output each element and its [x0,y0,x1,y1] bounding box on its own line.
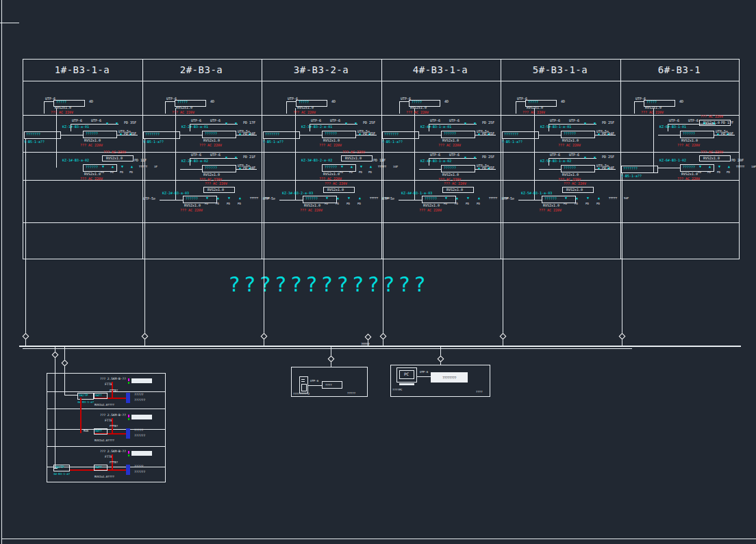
cluster-wire [160,200,183,200]
wire-label-utp6: UTP-6 [449,153,459,157]
cluster-wire [399,101,400,114]
cad-drawing-canvas[interactable]: 1#-B3-1-a 2#-B3-a 3#-B3-2-a 4#-B3-1-a 5#… [0,0,756,544]
panel-row-line-4 [47,446,165,447]
comb-label: 50F [624,197,629,200]
terminal-triangle-icon: ▼ [598,133,600,137]
feeder-label: ??????? [384,133,399,137]
terminal-triangle-icon: ▼ [584,156,586,160]
pd-label: PD [129,171,133,174]
cluster-wire [429,158,477,159]
power-label: ??? AC 220V [342,151,365,155]
terminal-triangle-icon: ▲ [239,196,241,200]
right-label: PD 34F [243,132,255,136]
frame-left-edge [1,0,2,544]
terminal-triangle-icon: ▼ [464,156,466,160]
wire-label-utp6: UTP-6 [430,119,440,123]
right-label: 4D [89,100,93,104]
circuit-code: KZ-6#-B3-1-01 [659,125,686,129]
cluster-wire [286,101,287,114]
switch-chip: ???????? [431,372,468,383]
device-label: FTTB? [110,389,118,392]
pd-label: PD [357,203,361,205]
feeder-sub-label: Y-B5-1-a?? [621,174,642,179]
right-label: PD 34F [602,132,614,136]
device-label: ????? [299,101,309,105]
power-label: ??? AC 220V [51,111,73,115]
right-label: PD 25F [602,121,614,125]
tp-switch-sub: 4#-B3-1-a? [53,473,70,476]
device-label: ?????? [205,132,217,136]
wire-label-utp6: UTP-6 [688,119,698,123]
comb-label: 10F [751,166,756,168]
terminal-triangle-icon: ▼ [699,165,701,169]
panel-right-label: ????? [134,465,144,469]
terminal-triangle-icon: ▼ [598,167,600,171]
wire-label-utp6: UTP-6 [72,119,82,123]
cable-label: RVS2x1.0 [543,204,559,208]
terminal-triangle-icon: ▼ [348,196,350,200]
pd-label: PD [596,203,600,205]
right-label: PD 11F [373,159,386,163]
cluster-wire [549,124,549,131]
cluster-wire [516,101,516,114]
circuit-code: KZ-3#-B3-2-a-02 [301,159,332,163]
pd-label: PD [120,171,123,174]
wire-label-utp6: UTP-6 [311,119,321,123]
onu-block [126,428,130,439]
power-label: ??? AC 220V [677,144,700,148]
device-label: ?????? [444,132,456,136]
pd-label: PD [575,203,578,205]
cluster-wire [516,101,525,102]
circuit-code: KZ-5#-B3-1-a-01 [540,125,571,129]
cable-label: RVS2x1.0 [562,173,579,177]
wire-label-utp5e: UTP-5e [263,197,275,201]
cluster-wire [190,158,190,166]
feeder-sub-label: Y-B5-1-a?? [502,140,522,144]
right-label: PD 34F [243,166,255,170]
sw-label: SW?? [95,466,102,469]
riser-column-5 [503,139,503,346]
device-label: ????? [56,101,66,105]
cable-label: RVS2x1.0 [207,188,224,192]
cluster-wire [549,124,596,125]
device-label: ?????? [683,166,695,170]
cable-label: RVS2x1.0 [55,106,71,110]
table-row-line-5 [23,222,740,223]
connector-dot [128,418,129,420]
device-label: ?????? [86,166,98,170]
cable-label: RVS2x1.0 [106,157,123,161]
comb-icon: TTTTT [736,166,744,168]
cable-label: RVS2x1.0 [327,188,344,192]
cluster-wire [419,169,441,170]
power-label: ??? AC 220V [180,209,203,213]
cable-label: RVS2x1.0 [527,106,543,110]
terminal-triangle-icon: ▼ [206,196,208,200]
device-label: ?????? [186,197,198,201]
cable-label: RVS2x1.0 [203,139,220,143]
circuit-code: KZ-1#-B3-a-01 [62,125,89,129]
monitor-base [399,383,414,385]
cable-label: RVS2x1.0 [566,188,583,192]
feeder-label: ??????? [265,133,279,137]
onu-block [126,465,130,475]
panel-section-title: ??? 2.5KM-B-?? [100,450,126,454]
terminal-triangle-icon: ▼ [120,133,122,137]
panel-row-line-2 [47,409,165,409]
bus-connector-diamond [62,360,68,367]
workstation1-corner-label: ????? [347,392,355,395]
terminal-triangle-icon: ▼ [717,133,719,137]
right-label: PD 35F [482,132,494,136]
cluster-wire [399,101,409,102]
main-bus-line [19,346,741,347]
circuit-code: KZ-4#-B3-1-a-03 [401,192,432,196]
cluster-wire [44,101,45,114]
wire-label-utp6: UTP-6 [310,380,318,383]
device-label: ?????? [683,132,695,136]
cable-label: RVS2x1.0 [681,172,698,177]
terminal-triangle-icon: ▼ [474,156,476,160]
wire-label-utp6: UTP-6 [91,119,101,123]
right-label: PD 20F [731,159,744,163]
terminal-triangle-icon: ▲ [370,165,372,169]
pd-label: PD [216,203,219,205]
table-row-line-2 [23,115,740,116]
